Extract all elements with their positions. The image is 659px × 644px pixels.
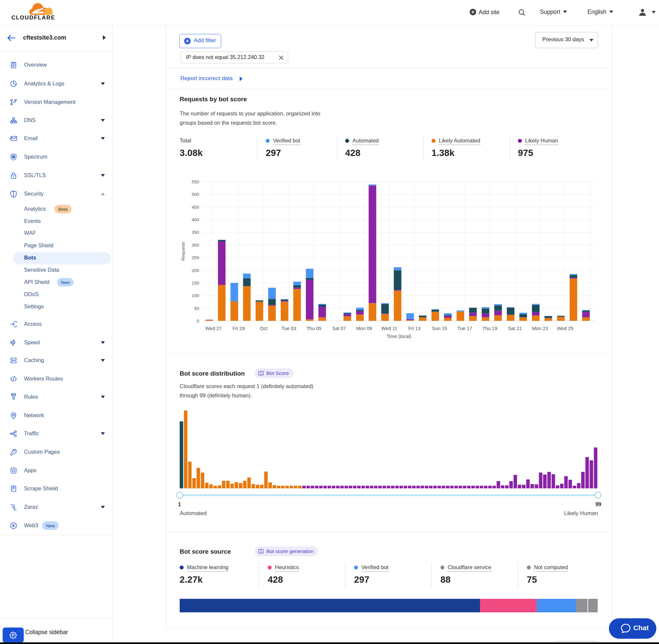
svg-text:Requests: Requests [181,242,186,260]
svg-text:Fri 29: Fri 29 [232,326,244,331]
svg-text:Sat 21: Sat 21 [508,326,522,331]
svg-text:250: 250 [191,255,199,260]
svg-text:Mon 23: Mon 23 [532,326,548,331]
svg-text:Wed 25: Wed 25 [557,326,573,331]
svg-text:Thu 19: Thu 19 [482,326,497,331]
svg-text:0: 0 [196,319,199,323]
svg-text:500: 500 [191,192,199,197]
svg-text:200: 200 [191,268,199,273]
svg-text:350: 350 [191,230,199,235]
svg-text:Wed 11: Wed 11 [381,326,398,331]
svg-text:Oct: Oct [260,326,268,331]
svg-text:550: 550 [191,179,199,184]
svg-text:450: 450 [191,205,199,210]
svg-text:Sun 15: Sun 15 [432,326,447,331]
svg-text:50: 50 [194,306,199,311]
svg-text:400: 400 [191,217,199,222]
svg-text:Wed 27: Wed 27 [205,326,222,331]
svg-text:Mon 09: Mon 09 [356,326,372,331]
svg-text:Tue 17: Tue 17 [457,326,472,331]
svg-text:300: 300 [191,243,199,248]
svg-text:Tue 03: Tue 03 [282,326,297,331]
svg-text:Time (local): Time (local) [386,334,411,339]
svg-text:150: 150 [191,281,199,285]
svg-text:Fri 13: Fri 13 [408,326,421,331]
svg-text:Thu 05: Thu 05 [307,326,322,331]
svg-text:Sat 07: Sat 07 [332,326,346,331]
svg-text:100: 100 [191,293,199,298]
